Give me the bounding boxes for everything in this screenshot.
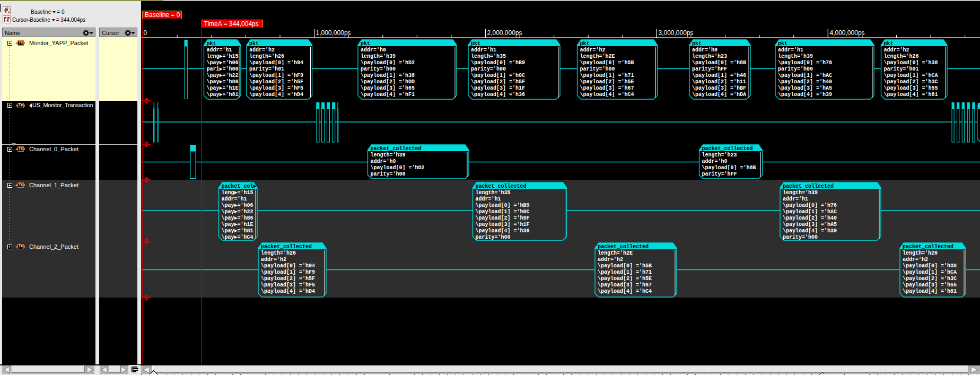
svg-text:\payload[0] ='h94: \payload[0] ='h94 — [249, 60, 303, 66]
svg-text:\payload[0] ='h38: \payload[0] ='h38 — [884, 60, 938, 66]
svg-text:length='h39: length='h39 — [361, 54, 396, 59]
svg-text:length='h23: length='h23 — [692, 54, 727, 59]
svg-text:\payload[2] ='hDD: \payload[2] ='hDD — [361, 79, 415, 85]
svg-text:\payload[1] ='h38: \payload[1] ='h38 — [361, 73, 415, 79]
svg-text:\payload[1] ='hCA: \payload[1] ='hCA — [903, 269, 957, 275]
svg-text:addr='h2: addr='h2 — [903, 257, 928, 263]
svg-text:\pay►='h86: \pay►='h86 — [222, 215, 253, 221]
svg-text:\payload[1] ='h46: \payload[1] ='h46 — [692, 73, 746, 79]
svg-text:\payload[2] ='h5F: \payload[2] ='h5F — [476, 215, 530, 221]
svg-text:\payload[4] ='h36: \payload[4] ='h36 — [471, 92, 525, 98]
svg-text:length='h35: length='h35 — [471, 54, 506, 59]
svg-text:addr='h1: addr='h1 — [207, 47, 232, 53]
svg-text:parity='h01: parity='h01 — [884, 66, 919, 72]
svg-text:\payload[2] ='h5E: \payload[2] ='h5E — [580, 79, 634, 85]
svg-text:\payload[3] ='h1F: \payload[3] ='h1F — [471, 85, 525, 91]
svg-text:addr='h0: addr='h0 — [371, 159, 396, 164]
svg-text:\payload[2] ='h5F: \payload[2] ='h5F — [471, 79, 525, 85]
svg-text:\payload[0] ='h5B: \payload[0] ='h5B — [598, 263, 652, 269]
svg-text:\payload[0] ='hD2: \payload[0] ='hD2 — [361, 60, 415, 66]
svg-text:\payload[2] ='h5F: \payload[2] ='h5F — [261, 276, 315, 282]
svg-text:parity='h00: parity='h00 — [361, 66, 396, 72]
svg-text:\payload[1] ='hF9: \payload[1] ='hF9 — [249, 73, 303, 79]
svg-text:addr='h1: addr='h1 — [471, 47, 496, 53]
svg-text:\payload[3] ='hF5: \payload[3] ='hF5 — [261, 282, 315, 288]
svg-text:addr='h2: addr='h2 — [884, 47, 909, 53]
svg-text:\payload[3] ='h67: \payload[3] ='h67 — [598, 282, 652, 288]
svg-text:pkt: pkt — [361, 41, 370, 47]
svg-text:addr='h0: addr='h0 — [702, 159, 728, 164]
svg-text:\payload[1] ='h71: \payload[1] ='h71 — [580, 73, 634, 79]
svg-text:\payload[4] ='hC4: \payload[4] ='hC4 — [598, 289, 652, 294]
svg-text:pkt: pkt — [471, 41, 480, 47]
svg-text:\payload[3] ='h65: \payload[3] ='h65 — [361, 85, 415, 91]
svg-text:\payload[1] ='hF9: \payload[1] ='hF9 — [261, 269, 315, 275]
svg-text:\pay►='h06: \pay►='h06 — [207, 60, 239, 66]
svg-text:2,000,000ps: 2,000,000ps — [487, 29, 522, 37]
svg-text:\payload[4] ='hC4: \payload[4] ='hC4 — [580, 92, 634, 98]
svg-text:parity='h00: parity='h00 — [471, 66, 506, 72]
svg-text:addr='h2: addr='h2 — [249, 47, 275, 53]
svg-text:\payload[4] ='h81: \payload[4] ='h81 — [903, 289, 957, 294]
svg-text:\payload[3] ='hF5: \payload[3] ='hF5 — [249, 85, 303, 91]
svg-text:addr='h0: addr='h0 — [361, 47, 386, 53]
svg-text:addr='h1: addr='h1 — [476, 196, 501, 202]
svg-text:\pay►='h81: \pay►='h81 — [207, 92, 239, 98]
svg-text:parity='hFF: parity='hFF — [692, 66, 727, 72]
svg-text:\payload[4] ='h39: \payload[4] ='h39 — [783, 228, 837, 234]
svg-text:length='h23: length='h23 — [702, 152, 737, 158]
svg-text:\payload[3] ='h1F: \payload[3] ='h1F — [476, 222, 530, 228]
svg-text:\payload[1] ='h0C: \payload[1] ='h0C — [471, 73, 525, 79]
svg-text:leng►='h15: leng►='h15 — [222, 190, 253, 196]
svg-text:pkt: pkt — [884, 41, 894, 47]
svg-text:length='h26: length='h26 — [903, 250, 938, 256]
svg-text:addr='h2: addr='h2 — [580, 47, 606, 53]
svg-text:length='h26: length='h26 — [261, 250, 296, 256]
svg-text:parity='h00: parity='h00 — [783, 234, 818, 240]
svg-text:\payload[3] ='hBF: \payload[3] ='hBF — [692, 85, 746, 91]
svg-text:pkt: pkt — [692, 41, 702, 47]
svg-text:\payload[1] ='h71: \payload[1] ='h71 — [598, 269, 652, 275]
svg-text:\payload[2] ='h40: \payload[2] ='h40 — [778, 79, 832, 85]
svg-text:\pay►='h81: \pay►='h81 — [222, 228, 253, 234]
svg-text:\payload[2] ='h3C: \payload[2] ='h3C — [903, 276, 957, 282]
svg-text:length='h39: length='h39 — [783, 190, 818, 196]
svg-text:4,000,000ps: 4,000,000ps — [830, 29, 865, 37]
svg-text:\pay►='hC4: \pay►='hC4 — [222, 234, 253, 240]
svg-text:packet_collected: packet_collected — [476, 184, 527, 189]
svg-text:parity='h00: parity='h00 — [371, 171, 406, 177]
svg-text:\pay►='h06: \pay►='h06 — [222, 203, 253, 208]
svg-text:length='h39: length='h39 — [778, 54, 813, 59]
svg-text:\payload[3] ='h67: \payload[3] ='h67 — [580, 85, 634, 91]
svg-text:parity='h00: parity='h00 — [580, 66, 615, 72]
svg-text:addr='h2: addr='h2 — [598, 257, 623, 263]
svg-text:\payload[2] ='h5F: \payload[2] ='h5F — [249, 79, 303, 85]
svg-text:\payload[3] ='hA5: \payload[3] ='hA5 — [783, 222, 837, 228]
svg-text:parity='h00: parity='h00 — [476, 234, 511, 240]
svg-text:pkt: pkt — [249, 41, 259, 47]
svg-text:\payload[1] ='hCA: \payload[1] ='hCA — [884, 73, 938, 79]
svg-text:\payload[3] ='hA5: \payload[3] ='hA5 — [778, 85, 832, 91]
svg-text:\payload[1] ='h0C: \payload[1] ='h0C — [476, 209, 530, 215]
svg-text:addr='h0: addr='h0 — [692, 47, 718, 53]
svg-text:leng►='h15: leng►='h15 — [207, 54, 239, 59]
svg-text:\payload[0] ='h94: \payload[0] ='h94 — [261, 263, 315, 269]
svg-text:length='h26: length='h26 — [249, 54, 284, 59]
svg-text:length='h26: length='h26 — [884, 54, 919, 59]
svg-text:packet_collected: packet_collected — [783, 184, 834, 189]
svg-text:\payload[0] ='hD2: \payload[0] ='hD2 — [371, 165, 425, 171]
svg-text:3,000,000ps: 3,000,000ps — [659, 29, 694, 37]
svg-text:parity='h01: parity='h01 — [249, 66, 284, 72]
svg-text:packet_collected: packet_collected — [702, 146, 753, 152]
svg-text:\payload[2] ='h3C: \payload[2] ='h3C — [884, 79, 938, 85]
svg-text:pkt: pkt — [778, 41, 788, 47]
svg-text:\pay►='h1E: \pay►='h1E — [222, 222, 253, 228]
svg-text:packet_col►: packet_col► — [222, 184, 257, 189]
svg-text:\pay►='h22: \pay►='h22 — [207, 73, 239, 79]
svg-text:\payload[4] ='h36: \payload[4] ='h36 — [476, 228, 530, 234]
svg-text:\payload[3] ='h55: \payload[3] ='h55 — [884, 85, 938, 91]
svg-text:length='h2E: length='h2E — [580, 54, 615, 59]
svg-text:\payload[4] ='hF1: \payload[4] ='hF1 — [361, 92, 415, 98]
svg-text:\payload[0] ='h76: \payload[0] ='h76 — [783, 203, 837, 208]
svg-text:length='h2E: length='h2E — [598, 250, 633, 256]
